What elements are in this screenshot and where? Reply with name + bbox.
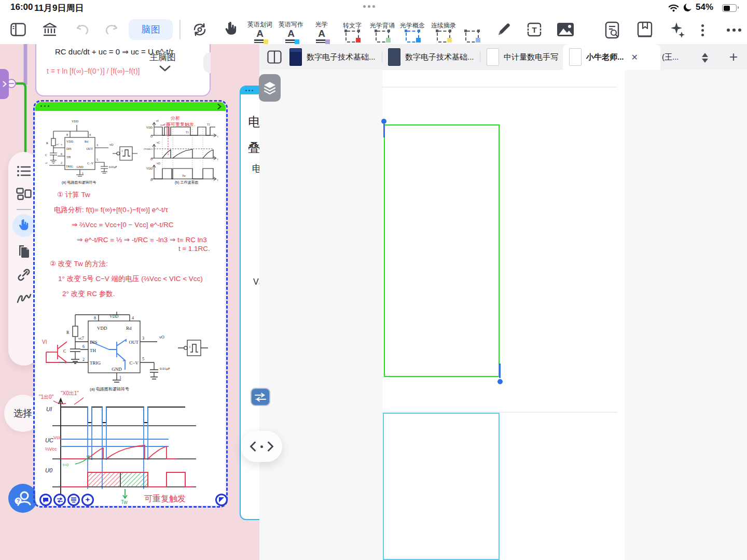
tool-optics-recite[interactable]: 光学背诵 [370,29,394,44]
tab-document-3[interactable]: 中计量数电手写 [481,44,563,70]
tab-document-active[interactable]: 小牛老师... ✕ [563,44,660,70]
more-horizontal-icon[interactable] [723,25,745,35]
image-tool-icon[interactable] [556,22,575,37]
ai-sparkles-icon[interactable] [668,21,687,39]
layers-icon [263,81,276,95]
figure1-caption-a: (a) 电路图和逻辑符号 [62,180,96,185]
selected-note-card[interactable]: VDD 84 RC vCvI 762 VDDRd DISTHTRIG OUTC−… [35,102,226,506]
red-annotation-2: →不可重复触发. [161,122,196,127]
chevron-right-icon[interactable] [217,104,222,109]
card-sparkle-button[interactable] [81,494,94,506]
pen-tool-icon[interactable] [495,21,512,38]
svg-text:1: 1 [121,149,123,152]
card-layout-icon[interactable] [15,186,33,203]
svg-text:vC: vC [157,141,160,144]
nav-next-icon[interactable] [267,441,274,452]
tab-sort-icon[interactable] [699,51,711,64]
library-button[interactable] [42,21,58,38]
svg-text:4: 4 [89,133,91,136]
selection-handle-line [383,124,385,137]
card-side-handle[interactable] [203,52,211,73]
scribble-icon[interactable] [15,289,33,307]
layers-button[interactable] [259,74,281,102]
formula-red: t = τ ln [f(∞)−f(0⁺)] / [f(∞)−f(t)] [47,67,140,75]
svg-text:?: ? [17,498,20,504]
hand-select-tool-active[interactable] [12,214,35,237]
svg-text:t: t [217,158,218,161]
swap-panels-button[interactable] [251,388,270,406]
note-card-header[interactable] [35,102,226,111]
tool-english-words[interactable]: 英语划词 A [248,28,272,44]
mindmap-mode-button[interactable]: 脑图 [129,19,173,40]
tool-excerpt-blue[interactable] [462,29,482,44]
link-icon[interactable] [15,266,33,284]
svg-text:VDD: VDD [109,314,119,319]
split-view-icon[interactable] [266,49,283,65]
tab-document-5[interactable]: (王... [662,44,691,70]
svg-text:vO: vO [159,335,164,340]
svg-text:4: 4 [132,316,134,320]
tab-document-1[interactable]: 数字电子技术基础... [284,44,381,70]
svg-text:1: 1 [189,345,191,349]
search-document-icon[interactable] [604,21,621,39]
sync-settings-icon[interactable] [191,21,209,38]
tool-english-writing[interactable]: 英语写作 A [279,28,303,44]
selection-handle-start[interactable] [381,119,386,124]
doc-thumbnail [388,48,400,66]
hand-icon [18,219,30,232]
mindmap-canvas[interactable]: RC duc/dt + uc = 0 ⇒ uc = U e^-t/τ t = τ… [0,44,259,560]
comment-button[interactable] [39,494,52,506]
chevron-right-icon [3,81,7,87]
svg-text:VDD: VDD [66,140,74,143]
svg-text:Tw: Tw [121,499,128,505]
date: 11月9日周日 [34,2,84,14]
page-separator [382,87,617,88]
formula-node-card[interactable]: RC duc/dt + uc = 0 ⇒ uc = U e^-t/τ t = τ… [35,44,211,96]
svg-text:TH: TH [90,348,96,353]
text-highlight-icon: A [285,29,297,43]
text-box-tool-icon[interactable]: T [525,21,543,38]
card-list-button[interactable] [67,494,80,506]
add-tab-button[interactable]: + [725,48,742,66]
pill-divider [17,209,31,210]
more-vertical-icon[interactable] [697,21,708,39]
tool-optics[interactable]: 光学 A [311,28,332,44]
svg-text:t: t [217,178,218,181]
resize-handle[interactable] [215,494,228,506]
chevron-down-icon[interactable] [159,65,171,72]
window-dots [363,5,375,8]
sidebar-toggle-button[interactable] [9,22,27,37]
stacked-card-header[interactable] [241,87,259,94]
card-link-button[interactable] [53,494,66,506]
doc-thumbnail [289,48,302,66]
selection-handle-end[interactable] [497,379,503,384]
svg-text:⅔Vcc: ⅔Vcc [45,446,57,452]
document-area[interactable] [259,70,747,560]
tool-optics-concept[interactable]: 光学概念 [400,29,424,44]
svg-text:O: O [150,158,153,161]
outline-list-icon[interactable] [15,162,33,180]
undo-button[interactable] [75,22,90,37]
cyan-annotation-rect[interactable] [383,413,500,560]
person-question-icon: ? [14,491,32,506]
svg-text:OUT: OUT [87,147,93,150]
bookmark-book-icon[interactable] [636,21,654,39]
help-assistant-button[interactable]: ? [8,484,37,513]
nav-prev-icon[interactable] [250,441,256,452]
redo-button[interactable] [104,22,119,37]
quote-red-2: "X0出1" [61,390,79,396]
toolbar-divider [179,20,181,39]
svg-text:1: 1 [82,172,84,175]
collapsed-branch-tab[interactable] [0,69,9,99]
tool-to-text[interactable]: 转文字 [340,29,364,44]
svg-text:TH: TH [66,156,71,159]
tab-document-2[interactable]: 数字电子技术基础... [383,44,479,70]
hand-tool-icon[interactable] [223,20,239,38]
green-annotation-rect[interactable] [384,124,500,377]
svg-text:Rd: Rd [126,326,132,331]
copy-pages-icon[interactable] [15,243,33,260]
close-tab-icon[interactable]: ✕ [631,52,638,62]
tool-continuous-excerpt[interactable]: 连续摘录 [432,29,455,44]
battery-icon [722,4,737,12]
excerpt-rect-icon [376,31,389,43]
